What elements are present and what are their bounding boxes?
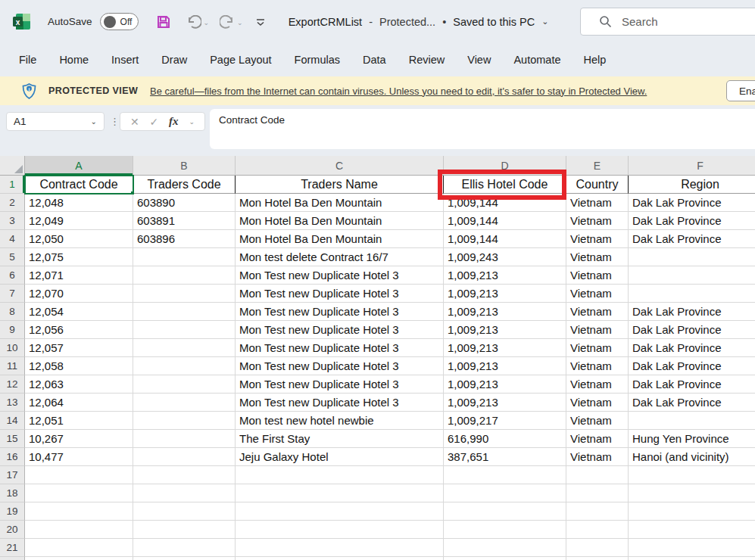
cell-A5[interactable]: 12,075 [25, 248, 133, 266]
cell-D15[interactable]: 616,990 [444, 430, 566, 448]
cell-E7[interactable]: Vietnam [566, 285, 629, 303]
cell-F4[interactable]: Dak Lak Province [629, 230, 755, 248]
cell-B14[interactable] [133, 412, 236, 430]
ribbon-tab-home[interactable]: Home [59, 54, 89, 66]
undo-dropdown-chevron[interactable]: ⌄ [204, 19, 210, 26]
cell-D2[interactable]: 1,009,144 [444, 194, 566, 212]
search-input[interactable]: Search [580, 8, 755, 36]
cell-C12[interactable]: Mon Test new Duplicate Hotel 3 [236, 375, 444, 394]
cell-C1[interactable]: Traders Name [236, 176, 444, 194]
cell-B9[interactable] [133, 321, 236, 339]
cell-F11[interactable]: Dak Lak Province [629, 357, 755, 375]
cell-E22[interactable] [566, 557, 629, 560]
excel-app-icon[interactable]: x [11, 11, 32, 32]
ribbon-tab-review[interactable]: Review [409, 54, 445, 66]
cell-B2[interactable]: 603890 [133, 194, 236, 212]
cell-B15[interactable] [133, 430, 236, 448]
cell-B13[interactable] [133, 394, 236, 412]
cell-D18[interactable] [444, 484, 566, 502]
cell-B6[interactable] [133, 266, 236, 285]
cell-D12[interactable]: 1,009,213 [444, 375, 566, 394]
row-header-6[interactable]: 6 [0, 266, 25, 285]
cell-C3[interactable]: Mon Hotel Ba Den Mountain [236, 212, 444, 230]
cell-A3[interactable]: 12,049 [25, 212, 133, 230]
customize-quick-access-button[interactable] [255, 17, 266, 26]
row-header-3[interactable]: 3 [0, 212, 25, 230]
ribbon-tab-file[interactable]: File [19, 54, 36, 66]
cell-B19[interactable] [133, 502, 236, 521]
cell-E2[interactable]: Vietnam [566, 194, 629, 212]
cell-D14[interactable]: 1,009,217 [444, 412, 566, 430]
cell-E9[interactable]: Vietnam [566, 321, 629, 339]
cell-B22[interactable] [133, 557, 236, 560]
row-header-14[interactable]: 14 [0, 412, 25, 430]
cell-C2[interactable]: Mon Hotel Ba Den Mountain [236, 194, 444, 212]
saved-status[interactable]: Saved to this PC [453, 16, 535, 28]
row-header-12[interactable]: 12 [0, 375, 25, 394]
cell-E14[interactable]: Vietnam [566, 412, 629, 430]
cell-B8[interactable] [133, 303, 236, 321]
cell-A9[interactable]: 12,056 [25, 321, 133, 339]
formula-bar-grip[interactable]: ⋮ [110, 112, 120, 131]
cell-E18[interactable] [566, 484, 629, 502]
cell-A22[interactable] [25, 557, 133, 560]
cell-F8[interactable]: Dak Lak Province [629, 303, 755, 321]
name-box[interactable]: A1 ⌄ [6, 112, 105, 131]
cell-B11[interactable] [133, 357, 236, 375]
cell-D1[interactable]: Ellis Hotel Code [444, 176, 566, 194]
cell-C20[interactable] [236, 521, 444, 539]
cell-C10[interactable]: Mon Test new Duplicate Hotel 3 [236, 339, 444, 357]
cell-C17[interactable] [236, 466, 444, 484]
cell-E12[interactable]: Vietnam [566, 375, 629, 394]
cell-D19[interactable] [444, 502, 566, 521]
row-header-5[interactable]: 5 [0, 248, 25, 266]
cell-C16[interactable]: Jeju Galaxy Hotel [236, 448, 444, 466]
cell-F16[interactable]: Hanoi (and vicinity) [629, 448, 755, 466]
cell-D7[interactable]: 1,009,213 [444, 285, 566, 303]
cell-C21[interactable] [236, 539, 444, 557]
column-header-D[interactable]: D [444, 156, 566, 176]
confirm-entry-icon[interactable]: ✓ [150, 116, 159, 128]
cell-C19[interactable] [236, 502, 444, 521]
cell-F9[interactable]: Dak Lak Province [629, 321, 755, 339]
cell-B18[interactable] [133, 484, 236, 502]
cell-E15[interactable]: Vietnam [566, 430, 629, 448]
cell-C5[interactable]: Mon test delete Contract 16/7 [236, 248, 444, 266]
cell-C18[interactable] [236, 484, 444, 502]
save-button[interactable] [156, 14, 171, 30]
cell-A6[interactable]: 12,071 [25, 266, 133, 285]
cell-D3[interactable]: 1,009,144 [444, 212, 566, 230]
insert-function-icon[interactable]: fx [169, 115, 179, 128]
cell-F14[interactable] [629, 412, 755, 430]
cell-C22[interactable] [236, 557, 444, 560]
row-header-9[interactable]: 9 [0, 321, 25, 339]
cell-D4[interactable]: 1,009,144 [444, 230, 566, 248]
cell-E11[interactable]: Vietnam [566, 357, 629, 375]
cell-E4[interactable]: Vietnam [566, 230, 629, 248]
cell-F15[interactable]: Hung Yen Province [629, 430, 755, 448]
redo-dropdown-chevron[interactable]: ⌄ [237, 19, 243, 26]
cell-E6[interactable]: Vietnam [566, 266, 629, 285]
cell-F20[interactable] [629, 521, 755, 539]
cell-B17[interactable] [133, 466, 236, 484]
cell-E5[interactable]: Vietnam [566, 248, 629, 266]
cell-F21[interactable] [629, 539, 755, 557]
column-header-B[interactable]: B [133, 156, 236, 176]
cell-F19[interactable] [629, 502, 755, 521]
select-all-corner[interactable] [0, 156, 25, 176]
cell-B21[interactable] [133, 539, 236, 557]
cell-A4[interactable]: 12,050 [25, 230, 133, 248]
cell-A16[interactable]: 10,477 [25, 448, 133, 466]
ribbon-tab-automate[interactable]: Automate [513, 54, 560, 66]
cell-D8[interactable]: 1,009,213 [444, 303, 566, 321]
column-header-E[interactable]: E [566, 156, 629, 176]
column-header-A[interactable]: A [25, 156, 133, 176]
cell-C11[interactable]: Mon Test new Duplicate Hotel 3 [236, 357, 444, 375]
cell-E17[interactable] [566, 466, 629, 484]
cell-A17[interactable] [25, 466, 133, 484]
cell-A20[interactable] [25, 521, 133, 539]
column-header-C[interactable]: C [236, 156, 444, 176]
cell-A14[interactable]: 12,051 [25, 412, 133, 430]
row-header-2[interactable]: 2 [0, 194, 25, 212]
cell-A15[interactable]: 10,267 [25, 430, 133, 448]
